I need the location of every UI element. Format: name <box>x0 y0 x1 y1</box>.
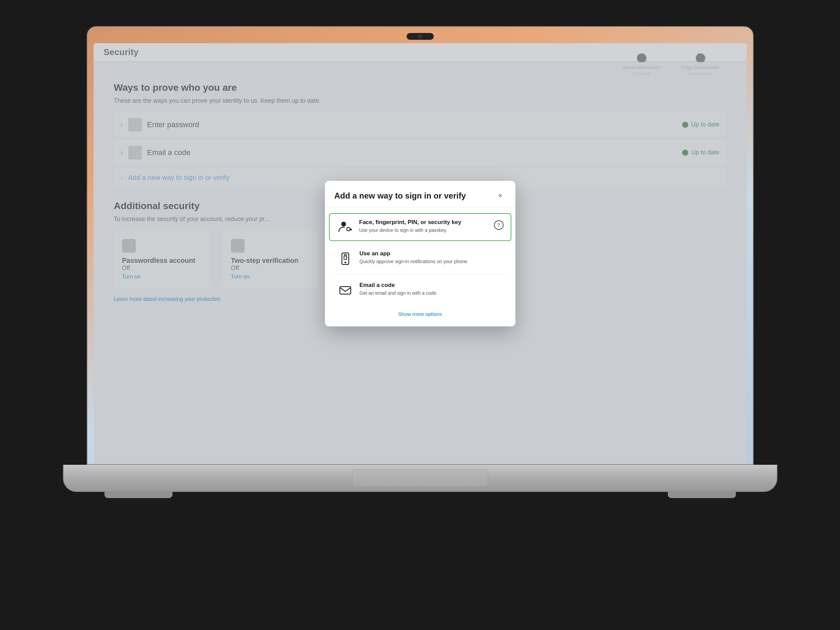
trackpad <box>352 469 488 487</box>
app-title: Use an app <box>360 250 503 257</box>
laptop-base <box>63 465 777 492</box>
dialog-header: Add a new way to sign in or verify × <box>325 181 515 208</box>
show-more-options[interactable]: Show more options <box>325 306 515 322</box>
dialog-title: Add a new way to sign in or verify <box>335 191 466 201</box>
dialog-body: Face, fingerprint, PIN, or security key … <box>325 208 515 326</box>
svg-point-6 <box>344 261 346 263</box>
passkey-icon <box>337 219 353 235</box>
svg-rect-8 <box>340 287 351 294</box>
dialog-close-button[interactable]: × <box>495 191 506 201</box>
email-option-title: Email a code <box>360 282 503 289</box>
webcam <box>407 33 434 40</box>
divider-2 <box>333 274 507 274</box>
divider-1 <box>333 243 507 243</box>
passkey-desc: Use your device to sign in with a passke… <box>359 227 488 234</box>
app-option[interactable]: Use an app Quickly approve sign-in notif… <box>329 244 512 272</box>
os-window: Security Quod laboriosam Omnis ut Fuga l… <box>93 43 747 464</box>
svg-point-1 <box>347 227 350 231</box>
email-option[interactable]: Email a code Get an email and sign in wi… <box>329 276 512 304</box>
screen-display: Security Quod laboriosam Omnis ut Fuga l… <box>93 43 747 464</box>
email-option-content: Email a code Get an email and sign in wi… <box>360 282 503 297</box>
laptop-feet <box>64 491 777 498</box>
passkey-help-icon[interactable]: ? <box>494 220 504 230</box>
app-content: Use an app Quickly approve sign-in notif… <box>360 250 503 265</box>
laptop: Security Quod laboriosam Omnis ut Fuga l… <box>46 26 794 604</box>
foot-right <box>668 491 736 498</box>
passkey-option[interactable]: Face, fingerprint, PIN, or security key … <box>329 213 512 241</box>
passkey-content: Face, fingerprint, PIN, or security key … <box>359 219 488 234</box>
add-signin-dialog: Add a new way to sign in or verify × <box>325 181 515 326</box>
app-icon <box>337 250 354 266</box>
svg-rect-7 <box>344 256 347 260</box>
modal-overlay: Add a new way to sign in or verify × <box>93 43 747 464</box>
passkey-title: Face, fingerprint, PIN, or security key <box>359 219 488 226</box>
email-option-desc: Get an email and sign in with a code. <box>360 290 503 297</box>
svg-point-0 <box>341 222 346 227</box>
foot-left <box>104 491 172 498</box>
app-desc: Quickly approve sign-in notifications on… <box>360 258 503 265</box>
email-option-icon <box>337 282 354 298</box>
screen-lid: Security Quod laboriosam Omnis ut Fuga l… <box>87 26 753 465</box>
